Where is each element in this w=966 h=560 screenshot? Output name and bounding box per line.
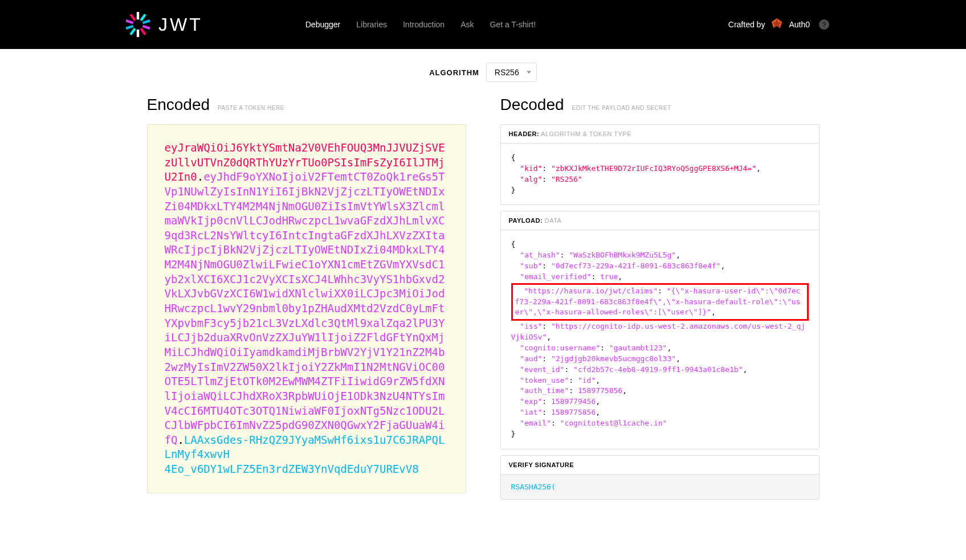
decoded-subtitle: EDIT THE PAYLOAD AND SECRET (572, 105, 671, 111)
token-payload-part: eyJhdF9oYXNoIjoiV2FTemtCT0ZoQk1reGs5TVp1… (165, 170, 445, 446)
decoded-column: Decoded EDIT THE PAYLOAD AND SECRET HEAD… (500, 96, 820, 500)
verify-signature-label: VERIFY SIGNATURE (501, 456, 819, 475)
jwt-logo-text: JWT (158, 14, 203, 35)
nav-tshirt[interactable]: Get a T-shirt! (490, 20, 536, 29)
decoded-header-body[interactable]: { "kid": "zbKXJkMketTHE9D72rIUFcIQ3RYoQ5… (501, 144, 819, 205)
svg-rect-8 (140, 28, 146, 35)
svg-rect-6 (142, 25, 150, 30)
decoded-header-box: HEADER: ALGORITHM & TOKEN TYPE { "kid": … (500, 124, 820, 205)
token-dot: . (177, 434, 184, 446)
decoded-title: Decoded (500, 96, 564, 114)
verify-signature-box: VERIFY SIGNATURE RSASHA256( (500, 455, 820, 500)
encoded-title: Encoded (147, 96, 210, 114)
svg-rect-2 (140, 14, 146, 21)
nav-ask[interactable]: Ask (460, 20, 474, 29)
encoded-token-input[interactable]: eyJraWQiOiJ6YktYSmtNa2V0VEhFOUQ3MnJJVUZj… (147, 124, 466, 493)
help-icon[interactable]: ? (819, 19, 829, 30)
top-header: JWT Debugger Libraries Introduction Ask … (0, 0, 966, 49)
svg-rect-3 (129, 28, 136, 35)
svg-rect-1 (137, 30, 139, 37)
auth0-logo-icon[interactable] (771, 18, 783, 31)
token-signature-part2: 4Eo_v6DY1wLFZ5En3rdZEW3YnVqdEduY7UREvV8 (165, 463, 419, 475)
algorithm-select[interactable]: RS256 (486, 63, 537, 82)
token-signature-part: LAAxsGdes-RHzQZ9JYyaMSwHf6ixs1u7C6JRAPQL… (165, 434, 445, 461)
svg-rect-0 (137, 12, 139, 19)
main-nav: Debugger Libraries Introduction Ask Get … (305, 20, 536, 29)
token-dot: . (197, 170, 203, 183)
svg-rect-7 (125, 19, 133, 24)
algorithm-row: ALGORITHM RS256 (0, 49, 966, 96)
decoded-header-label: HEADER: ALGORITHM & TOKEN TYPE (501, 125, 819, 144)
decoded-payload-body[interactable]: { "at_hash": "WaSzkBOFhBMkxk9MZu5L5g", "… (501, 230, 819, 448)
svg-rect-9 (129, 14, 136, 21)
crafted-by-label: Crafted by (728, 20, 765, 29)
decoded-payload-label: PAYLOAD: DATA (501, 211, 819, 230)
encoded-subtitle: PASTE A TOKEN HERE (218, 105, 284, 111)
nav-libraries[interactable]: Libraries (356, 20, 387, 29)
encoded-column: Encoded PASTE A TOKEN HERE eyJraWQiOiJ6Y… (147, 96, 466, 500)
hasura-claims-highlight: "https://hasura.io/jwt/claims": "{\"x-ha… (511, 283, 809, 321)
jwt-logo-icon (125, 12, 150, 37)
svg-rect-5 (125, 25, 133, 30)
jwt-logo[interactable]: JWT (125, 12, 203, 37)
svg-rect-4 (142, 19, 150, 24)
decoded-payload-box: PAYLOAD: DATA { "at_hash": "WaSzkBOFhBMk… (500, 211, 820, 449)
algorithm-label: ALGORITHM (429, 68, 479, 77)
nav-debugger[interactable]: Debugger (305, 20, 341, 29)
nav-introduction[interactable]: Introduction (403, 20, 445, 29)
verify-signature-body[interactable]: RSASHA256( (501, 475, 819, 499)
auth0-text[interactable]: Auth0 (789, 20, 810, 29)
